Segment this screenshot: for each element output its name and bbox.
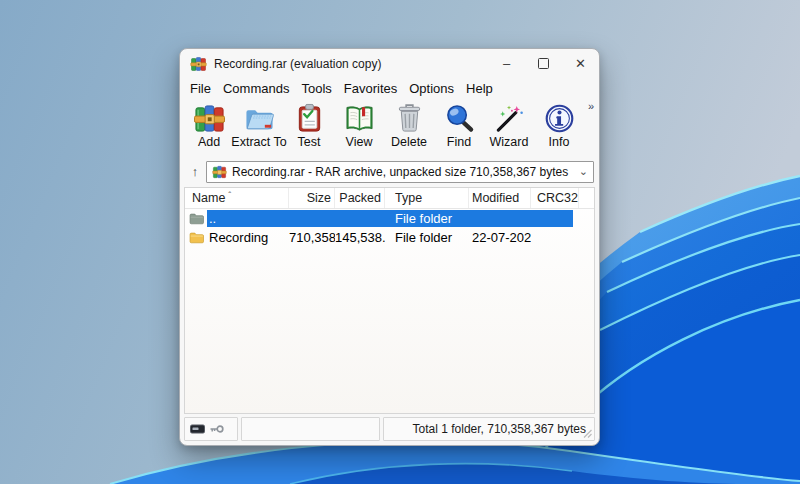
desktop: Recording.rar (evaluation copy) – ✕ File…: [0, 0, 800, 484]
menubar: File Commands Tools Favorites Options He…: [180, 78, 599, 99]
winrar-app-icon: [190, 56, 207, 72]
row-name: Recording: [207, 230, 289, 245]
menu-options[interactable]: Options: [403, 81, 460, 96]
minimize-button[interactable]: –: [488, 49, 525, 78]
toolbar-overflow-chevron[interactable]: »: [588, 100, 594, 112]
row-size: 710,358...: [289, 230, 335, 245]
test-button[interactable]: Test: [284, 101, 334, 149]
menu-tools[interactable]: Tools: [295, 81, 337, 96]
extract-to-button[interactable]: Extract To: [234, 101, 284, 149]
selection-highlight: .. File folder: [207, 210, 573, 227]
drive-icon[interactable]: [190, 424, 205, 434]
find-button[interactable]: Find: [434, 101, 484, 149]
menu-commands[interactable]: Commands: [217, 81, 295, 96]
column-header-type[interactable]: Type: [385, 188, 469, 208]
list-header: Name ˆ Size Packed Type Modified CRC32: [185, 188, 594, 209]
minimize-icon: –: [503, 56, 510, 71]
find-magnifier-icon: [444, 103, 475, 134]
delete-button[interactable]: Delete: [384, 101, 434, 149]
view-button[interactable]: View: [334, 101, 384, 149]
archive-path-combobox[interactable]: Recording.rar - RAR archive, unpacked si…: [206, 161, 594, 183]
close-icon: ✕: [575, 56, 586, 71]
delete-trash-icon: [394, 103, 425, 134]
maximize-button[interactable]: [525, 49, 562, 78]
column-header-name[interactable]: Name ˆ: [185, 188, 289, 208]
menu-help[interactable]: Help: [460, 81, 499, 96]
wizard-wand-icon: [494, 103, 525, 134]
info-circle-icon: [544, 103, 575, 134]
titlebar[interactable]: Recording.rar (evaluation copy) – ✕: [180, 49, 599, 78]
menu-file[interactable]: File: [184, 81, 217, 96]
up-directory-button[interactable]: ↑: [184, 162, 206, 182]
wizard-button[interactable]: Wizard: [484, 101, 534, 149]
view-label: View: [346, 135, 373, 149]
row-type: File folder: [385, 211, 469, 226]
row-packed: 145,538...: [335, 230, 385, 245]
archive-mini-icon: [212, 165, 227, 179]
statusbar: Total 1 folder, 710,358,367 bytes: [184, 417, 595, 441]
file-list: Name ˆ Size Packed Type Modified CRC32: [184, 187, 595, 414]
add-button[interactable]: Add: [184, 101, 234, 149]
window-title: Recording.rar (evaluation copy): [214, 57, 381, 71]
test-label: Test: [298, 135, 321, 149]
info-label: Info: [549, 135, 570, 149]
archive-path-value: Recording.rar - RAR archive, unpacked si…: [232, 165, 574, 179]
maximize-icon: [538, 58, 549, 69]
key-icon[interactable]: [209, 424, 224, 434]
status-icons-cell: [184, 417, 238, 441]
status-total-cell: Total 1 folder, 710,358,367 bytes: [383, 417, 595, 441]
chevron-down-icon: ⌄: [579, 165, 588, 178]
table-row-recording[interactable]: Recording 710,358... 145,538... File fol…: [185, 228, 594, 247]
find-label: Find: [447, 135, 471, 149]
resize-grip[interactable]: [582, 428, 593, 439]
column-header-size[interactable]: Size: [289, 188, 335, 208]
status-total-text: Total 1 folder, 710,358,367 bytes: [413, 422, 586, 436]
row-name: ..: [207, 211, 289, 226]
delete-label: Delete: [391, 135, 427, 149]
toolbar: Add Extract To Test: [180, 99, 599, 159]
menu-favorites[interactable]: Favorites: [338, 81, 403, 96]
column-header-packed[interactable]: Packed: [335, 188, 385, 208]
row-modified: 22-07-202...: [469, 230, 531, 245]
add-label: Add: [198, 135, 220, 149]
table-row-parent-dir[interactable]: .. File folder: [185, 209, 594, 228]
close-button[interactable]: ✕: [562, 49, 599, 78]
status-message-cell: [241, 417, 380, 441]
sort-ascending-icon: ˆ: [228, 190, 231, 200]
wizard-label: Wizard: [490, 135, 529, 149]
list-empty-area: [185, 247, 594, 413]
addressbar: ↑ Recording.rar - RAR archive, unpacked …: [180, 159, 599, 187]
row-type: File folder: [385, 230, 469, 245]
column-header-modified[interactable]: Modified: [469, 188, 531, 208]
column-header-crc32[interactable]: CRC32: [531, 188, 579, 208]
winrar-window: Recording.rar (evaluation copy) – ✕ File…: [179, 48, 600, 446]
extract-folder-icon: [244, 103, 275, 134]
folder-up-icon: [185, 213, 207, 225]
window-controls: – ✕: [488, 49, 599, 78]
view-book-icon: [344, 103, 375, 134]
row-cells: Recording 710,358... 145,538... File fol…: [207, 229, 573, 246]
winrar-archive-icon: [194, 103, 225, 134]
extract-to-label: Extract To: [231, 135, 286, 149]
info-button[interactable]: Info: [534, 101, 584, 149]
folder-icon: [185, 232, 207, 244]
up-arrow-icon: ↑: [192, 164, 199, 179]
test-clipboard-icon: [294, 103, 325, 134]
